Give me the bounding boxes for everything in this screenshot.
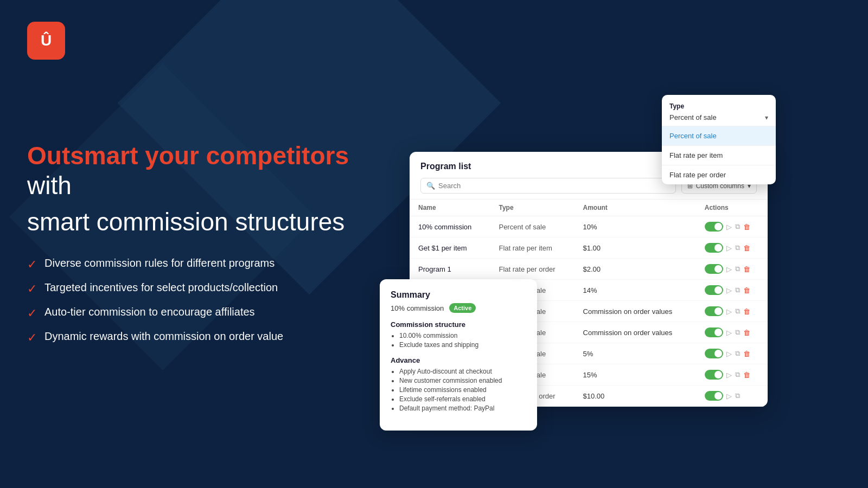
toggle-button[interactable] <box>705 222 723 232</box>
edit-icon[interactable]: ▷ <box>726 392 732 400</box>
advance-item: Lifetime commissions enabled <box>399 386 526 394</box>
actions-cell: ▷ ⧉ 🗑 <box>705 243 759 253</box>
toggle-button[interactable] <box>705 391 723 401</box>
dropdown-option[interactable]: Percent of sale <box>662 126 776 145</box>
check-icon: ✓ <box>27 258 37 272</box>
cell-amount: 14% <box>575 280 696 301</box>
toggle-button[interactable] <box>705 243 723 253</box>
search-icon: 🔍 <box>426 182 435 190</box>
app-logo[interactable]: Û <box>27 22 65 60</box>
delete-icon[interactable]: 🗑 <box>743 223 750 231</box>
cell-type: Percent of sale <box>490 216 574 237</box>
actions-cell: ▷ ⧉ 🗑 <box>705 264 759 274</box>
advance-item: Default payment method: PayPal <box>399 404 526 412</box>
type-label: Type <box>669 102 768 110</box>
toggle-button[interactable] <box>705 370 723 380</box>
cell-amount: $1.00 <box>575 237 696 259</box>
cell-actions: ▷ ⧉ <box>696 386 768 407</box>
feature-item: ✓Targeted incentives for select products… <box>27 281 385 296</box>
cell-actions: ▷ ⧉ 🗑 <box>696 216 768 237</box>
feature-text: Dynamic rewards with commission on order… <box>44 330 283 343</box>
table-head: Name Type Amount Actions <box>410 200 768 216</box>
copy-icon[interactable]: ⧉ <box>735 307 740 316</box>
logo-icon: Û <box>41 32 52 49</box>
feature-item: ✓Diverse commission rules for different … <box>27 257 385 272</box>
feature-item: ✓Dynamic rewards with commission on orde… <box>27 330 385 345</box>
summary-program-name: 10% commission <box>391 304 444 312</box>
hero-section: Outsmart your competitors with smart com… <box>27 141 385 345</box>
toggle-button[interactable] <box>705 349 723 358</box>
delete-icon[interactable]: 🗑 <box>743 329 750 337</box>
toggle-button[interactable] <box>705 306 723 316</box>
copy-icon[interactable]: ⧉ <box>735 370 740 379</box>
edit-icon[interactable]: ▷ <box>726 329 732 337</box>
edit-icon[interactable]: ▷ <box>726 244 732 252</box>
cell-actions: ▷ ⧉ 🗑 <box>696 343 768 364</box>
table-header-row: Name Type Amount Actions <box>410 200 768 216</box>
dropdown-options: Percent of saleFlat rate per itemFlat ra… <box>662 126 776 184</box>
commission-structure-title: Commission structure <box>391 320 526 329</box>
delete-icon[interactable]: 🗑 <box>743 265 750 273</box>
cell-type: Flat rate per item <box>490 237 574 259</box>
col-name: Name <box>410 200 490 216</box>
cell-amount: Commission on order values <box>575 322 696 343</box>
col-type: Type <box>490 200 574 216</box>
edit-icon[interactable]: ▷ <box>726 223 732 231</box>
cell-amount: 15% <box>575 364 696 386</box>
copy-icon[interactable]: ⧉ <box>735 328 740 337</box>
edit-icon[interactable]: ▷ <box>726 350 732 358</box>
toggle-button[interactable] <box>705 285 723 295</box>
cell-name: Get $1 per item <box>410 237 490 259</box>
hero-title-bold: Outsmart your competitors <box>27 142 349 170</box>
copy-icon[interactable]: ⧉ <box>735 349 740 358</box>
table-row: Program 1 Flat rate per order $2.00 ▷ ⧉ … <box>410 259 768 280</box>
feature-list: ✓Diverse commission rules for different … <box>27 257 385 345</box>
active-badge: Active <box>449 303 476 313</box>
edit-icon[interactable]: ▷ <box>726 307 732 316</box>
summary-card: Summary 10% commission Active Commission… <box>380 279 537 431</box>
actions-cell: ▷ ⧉ 🗑 <box>705 349 759 358</box>
search-box[interactable]: 🔍 <box>420 178 676 194</box>
delete-icon[interactable]: 🗑 <box>743 350 750 358</box>
actions-cell: ▷ ⧉ 🗑 <box>705 306 759 316</box>
copy-icon[interactable]: ⧉ <box>735 265 740 273</box>
cell-amount: Commission on order values <box>575 301 696 322</box>
check-icon: ✓ <box>27 306 37 320</box>
actions-cell: ▷ ⧉ 🗑 <box>705 370 759 380</box>
toggle-button[interactable] <box>705 328 723 337</box>
hero-title: Outsmart your competitors with <box>27 141 385 201</box>
type-dropdown-card: Type Percent of sale ▾ Percent of saleFl… <box>662 95 776 184</box>
actions-cell: ▷ ⧉ 🗑 <box>705 328 759 337</box>
copy-icon[interactable]: ⧉ <box>735 222 740 231</box>
summary-title: Summary <box>391 290 526 300</box>
table-row: 10% commission Percent of sale 10% ▷ ⧉ 🗑 <box>410 216 768 237</box>
type-selected-row[interactable]: Percent of sale ▾ <box>669 113 768 121</box>
cell-amount: $2.00 <box>575 259 696 280</box>
delete-icon[interactable]: 🗑 <box>743 286 750 294</box>
type-selected-value: Percent of sale <box>669 113 717 121</box>
check-icon: ✓ <box>27 331 37 345</box>
cell-actions: ▷ ⧉ 🗑 <box>696 237 768 259</box>
edit-icon[interactable]: ▷ <box>726 265 732 273</box>
cell-name: 10% commission <box>410 216 490 237</box>
delete-icon[interactable]: 🗑 <box>743 244 750 252</box>
dropdown-arrow-icon: ▾ <box>765 114 768 121</box>
edit-icon[interactable]: ▷ <box>726 371 732 379</box>
cell-amount: $10.00 <box>575 386 696 407</box>
edit-icon[interactable]: ▷ <box>726 286 732 294</box>
feature-text: Targeted incentives for select products/… <box>44 281 278 294</box>
toggle-button[interactable] <box>705 264 723 274</box>
dropdown-option[interactable]: Flat rate per order <box>662 165 776 184</box>
commission-item: 10.00% commission <box>399 332 526 339</box>
dropdown-option[interactable]: Flat rate per item <box>662 146 776 165</box>
cell-amount: 5% <box>575 343 696 364</box>
cell-name: Program 1 <box>410 259 490 280</box>
copy-icon[interactable]: ⧉ <box>735 243 740 252</box>
actions-cell: ▷ ⧉ 🗑 <box>705 222 759 232</box>
copy-icon[interactable]: ⧉ <box>735 286 740 294</box>
delete-icon[interactable]: 🗑 <box>743 307 750 316</box>
copy-icon[interactable]: ⧉ <box>735 391 740 400</box>
search-input[interactable] <box>438 182 670 190</box>
delete-icon[interactable]: 🗑 <box>743 371 750 379</box>
cell-actions: ▷ ⧉ 🗑 <box>696 301 768 322</box>
